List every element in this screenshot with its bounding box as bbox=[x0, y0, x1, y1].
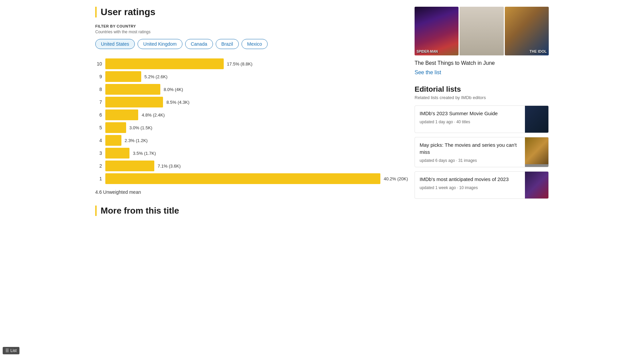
bar-track-8: 8.0% (4K) bbox=[105, 84, 401, 95]
bar-fill-7 bbox=[105, 97, 163, 107]
watch-title: The Best Things to Watch in June bbox=[415, 59, 549, 67]
bar-value-8: 8.0% (4K) bbox=[164, 87, 183, 92]
editorial-item-img-2 bbox=[525, 172, 548, 198]
bar-fill-8 bbox=[105, 84, 160, 95]
editorial-subtitle: Related lists created by IMDb editors bbox=[415, 95, 549, 100]
bar-row-2: 27.1% (3.6K) bbox=[95, 161, 401, 171]
bar-fill-5 bbox=[105, 122, 126, 133]
bar-row-1: 140.2% (20K) bbox=[95, 173, 401, 184]
editorial-list: IMDb's 2023 Summer Movie Guide updated 1… bbox=[415, 105, 549, 199]
bar-fill-3 bbox=[105, 148, 129, 159]
bar-row-10: 1017.5% (8.8K) bbox=[95, 58, 401, 69]
bar-value-10: 17.5% (8.8K) bbox=[227, 61, 253, 66]
editorial-section: Editorial lists Related lists created by… bbox=[415, 85, 549, 199]
unweighted-mean: 4.6 Unweighted mean bbox=[95, 189, 401, 195]
country-btn-uk[interactable]: United Kingdom bbox=[138, 39, 182, 49]
bar-fill-2 bbox=[105, 161, 154, 171]
bar-track-4: 2.3% (1.2K) bbox=[105, 135, 401, 146]
editorial-item-meta-1: updated 6 days ago · 31 images bbox=[420, 158, 520, 163]
country-btn-br[interactable]: Brazil bbox=[216, 39, 239, 49]
filter-subtitle: Countries with the most ratings bbox=[95, 30, 401, 34]
editorial-title: Editorial lists bbox=[415, 85, 549, 94]
editorial-item-0[interactable]: IMDb's 2023 Summer Movie Guide updated 1… bbox=[415, 105, 549, 133]
editorial-item-info-0: IMDb's 2023 Summer Movie Guide updated 1… bbox=[415, 106, 525, 133]
bar-label-3: 3 bbox=[95, 150, 102, 156]
bar-label-7: 7 bbox=[95, 99, 102, 105]
editorial-item-img-1 bbox=[525, 137, 548, 167]
editorial-item-meta-2: updated 1 week ago · 10 images bbox=[420, 185, 520, 190]
bar-value-6: 4.8% (2.4K) bbox=[142, 113, 165, 118]
bar-fill-6 bbox=[105, 109, 138, 120]
editorial-item-1[interactable]: May picks: The movies and series you can… bbox=[415, 137, 549, 167]
collage-spiderman: SPIDER-MAN bbox=[415, 7, 459, 55]
see-list-link[interactable]: See the list bbox=[415, 70, 549, 76]
bar-fill-1 bbox=[105, 173, 380, 184]
bar-row-5: 53.0% (1.5K) bbox=[95, 122, 401, 133]
bar-value-7: 8.5% (4.3K) bbox=[166, 100, 190, 105]
more-from-title: More from this title bbox=[95, 206, 401, 216]
editorial-item-2[interactable]: IMDb's most anticipated movies of 2023 u… bbox=[415, 171, 549, 199]
country-btn-ca[interactable]: Canada bbox=[185, 39, 213, 49]
bar-track-1: 40.2% (20K) bbox=[105, 173, 408, 184]
bar-label-6: 6 bbox=[95, 112, 102, 118]
bar-track-2: 7.1% (3.6K) bbox=[105, 161, 401, 171]
main-content: User ratings FILTER BY COUNTRY Countries… bbox=[95, 7, 401, 216]
sidebar: SPIDER-MAN THEBOOGEYMAN THE IDOL ☰ List … bbox=[415, 7, 549, 216]
bar-value-1: 40.2% (20K) bbox=[384, 176, 408, 181]
editorial-item-name-0: IMDb's 2023 Summer Movie Guide bbox=[420, 110, 520, 117]
bar-label-5: 5 bbox=[95, 125, 102, 130]
bar-value-4: 2.3% (1.2K) bbox=[125, 138, 148, 143]
bar-value-2: 7.1% (3.6K) bbox=[158, 164, 181, 169]
country-btn-us[interactable]: United States bbox=[95, 39, 135, 49]
country-btn-mx[interactable]: Mexico bbox=[241, 39, 268, 49]
bar-value-9: 5.2% (2.6K) bbox=[145, 74, 168, 79]
ratings-bar-chart: 1017.5% (8.8K)95.2% (2.6K)88.0% (4K)78.5… bbox=[95, 58, 401, 184]
bar-row-4: 42.3% (1.2K) bbox=[95, 135, 401, 146]
bar-track-10: 17.5% (8.8K) bbox=[105, 58, 401, 69]
editorial-item-info-2: IMDb's most anticipated movies of 2023 u… bbox=[415, 172, 525, 198]
filter-label: FILTER BY COUNTRY bbox=[95, 24, 401, 28]
bar-row-8: 88.0% (4K) bbox=[95, 84, 401, 95]
bar-row-6: 64.8% (2.4K) bbox=[95, 109, 401, 120]
editorial-item-meta-0: updated 1 day ago · 40 titles bbox=[420, 120, 520, 124]
bar-track-9: 5.2% (2.6K) bbox=[105, 71, 401, 82]
bar-label-2: 2 bbox=[95, 163, 102, 169]
bar-value-5: 3.0% (1.5K) bbox=[129, 125, 153, 130]
editorial-item-name-1: May picks: The movies and series you can… bbox=[420, 141, 520, 155]
bar-track-5: 3.0% (1.5K) bbox=[105, 122, 401, 133]
bar-label-4: 4 bbox=[95, 138, 102, 143]
bar-fill-9 bbox=[105, 71, 141, 82]
collage-idol: THE IDOL bbox=[505, 7, 549, 55]
bar-label-9: 9 bbox=[95, 74, 102, 79]
bar-row-3: 33.5% (1.7K) bbox=[95, 148, 401, 159]
bar-value-3: 3.5% (1.7K) bbox=[133, 151, 156, 156]
bar-label-8: 8 bbox=[95, 87, 102, 92]
bar-track-6: 4.8% (2.4K) bbox=[105, 109, 401, 120]
bar-label-10: 10 bbox=[95, 61, 102, 66]
bar-fill-10 bbox=[105, 58, 224, 69]
bar-row-7: 78.5% (4.3K) bbox=[95, 97, 401, 107]
collage-boogeyman: THEBOOGEYMAN bbox=[460, 7, 503, 55]
bar-row-9: 95.2% (2.6K) bbox=[95, 71, 401, 82]
editorial-item-name-2: IMDb's most anticipated movies of 2023 bbox=[420, 176, 520, 183]
page-title: User ratings bbox=[95, 7, 401, 17]
country-filter-group: United States United Kingdom Canada Braz… bbox=[95, 39, 401, 49]
bar-label-1: 1 bbox=[95, 176, 102, 181]
editorial-item-img-0 bbox=[525, 106, 548, 133]
watch-list-images: SPIDER-MAN THEBOOGEYMAN THE IDOL bbox=[415, 7, 549, 55]
editorial-item-info-1: May picks: The movies and series you can… bbox=[415, 137, 525, 167]
bar-track-3: 3.5% (1.7K) bbox=[105, 148, 401, 159]
bar-fill-4 bbox=[105, 135, 121, 146]
bar-track-7: 8.5% (4.3K) bbox=[105, 97, 401, 107]
